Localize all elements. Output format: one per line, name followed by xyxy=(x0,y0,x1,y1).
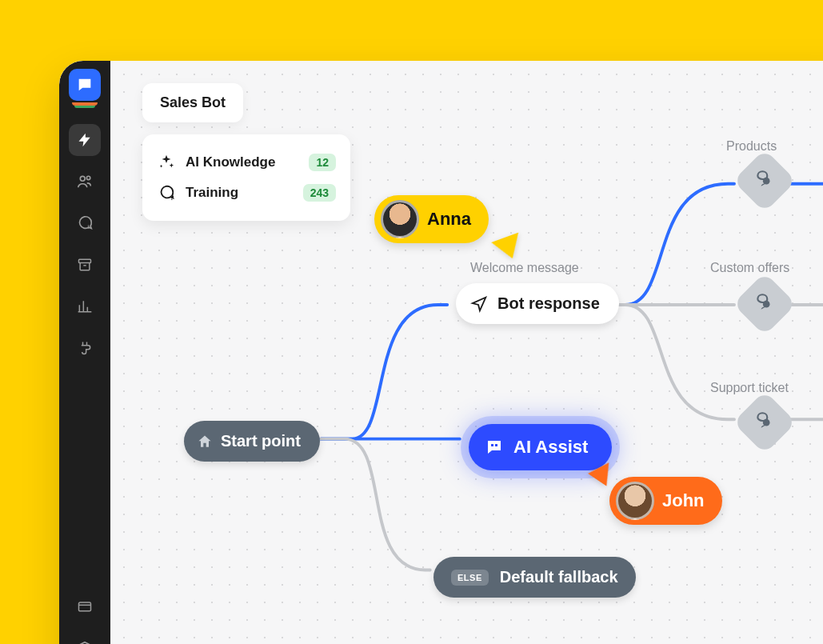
svg-point-0 xyxy=(80,176,85,181)
collaborator-anna[interactable]: Anna xyxy=(374,195,489,243)
home-icon xyxy=(197,434,213,450)
sidebar xyxy=(59,61,110,644)
node-fallback[interactable]: ELSE Default fallback xyxy=(433,557,636,598)
ai-knowledge-badge: 12 xyxy=(309,154,336,171)
branch-custom-offers-label: Custom offers xyxy=(710,261,789,275)
collaborator-john-name: John xyxy=(662,490,705,511)
avatar xyxy=(616,482,654,520)
app-logo[interactable] xyxy=(69,69,101,101)
svg-point-2 xyxy=(87,226,89,228)
svg-text:?: ? xyxy=(170,194,174,202)
chat-question-icon: ? xyxy=(157,184,176,202)
panel-row-training[interactable]: ? Training 243 xyxy=(157,178,336,208)
user-chat-icon xyxy=(754,292,775,316)
nav-archive[interactable] xyxy=(69,249,101,281)
svg-rect-6 xyxy=(491,444,493,446)
node-ai-assist-label: AI Assist xyxy=(513,437,588,458)
collaborator-anna-name: Anna xyxy=(427,209,471,230)
branch-products-label: Products xyxy=(726,139,777,154)
svg-rect-4 xyxy=(79,602,91,611)
sparkle-icon xyxy=(157,154,176,171)
panel-row-ai-knowledge[interactable]: AI Knowledge 12 xyxy=(157,147,336,178)
branch-support-ticket[interactable] xyxy=(733,390,796,454)
cursor-pointer-anna xyxy=(491,233,525,264)
nav-contacts[interactable] xyxy=(69,166,101,198)
svg-rect-7 xyxy=(495,444,497,446)
node-start[interactable]: Start point xyxy=(184,421,320,462)
bot-title-chip[interactable]: Sales Bot xyxy=(142,83,243,122)
bot-info-panel: AI Knowledge 12 ? Training 243 xyxy=(142,134,350,221)
user-chat-icon xyxy=(754,410,775,434)
app-window: Sales Bot AI Knowledge 12 ? Training 243 xyxy=(59,61,823,644)
welcome-message-label: Welcome message xyxy=(470,261,579,275)
nav-billing[interactable] xyxy=(69,590,101,622)
collaborator-john[interactable]: John xyxy=(609,477,722,525)
node-bot-response[interactable]: Bot response xyxy=(456,283,619,324)
node-start-label: Start point xyxy=(221,432,301,450)
send-icon xyxy=(470,295,488,313)
user-chat-icon xyxy=(754,169,775,193)
node-fallback-label: Default fallback xyxy=(500,568,618,586)
nav-integrations[interactable] xyxy=(69,332,101,364)
node-bot-response-label: Bot response xyxy=(497,294,600,313)
svg-rect-3 xyxy=(79,259,91,262)
training-label: Training xyxy=(186,185,294,201)
chat-bot-icon xyxy=(485,438,504,457)
else-label: ELSE xyxy=(451,570,489,586)
branch-support-ticket-label: Support ticket xyxy=(710,381,789,395)
node-ai-assist[interactable]: AI Assist xyxy=(469,424,612,470)
nav-analytics[interactable] xyxy=(69,290,101,322)
branch-custom-offers[interactable] xyxy=(733,272,796,335)
branch-products[interactable] xyxy=(733,149,796,212)
nav-builder[interactable] xyxy=(69,124,101,156)
flow-canvas[interactable]: Sales Bot AI Knowledge 12 ? Training 243 xyxy=(110,61,823,644)
ai-knowledge-label: AI Knowledge xyxy=(186,154,299,170)
avatar xyxy=(381,200,419,238)
training-badge: 243 xyxy=(303,184,336,202)
svg-point-1 xyxy=(86,176,90,179)
bot-title: Sales Bot xyxy=(160,94,226,110)
nav-chats[interactable] xyxy=(69,207,101,239)
nav-learn[interactable] xyxy=(69,632,101,644)
